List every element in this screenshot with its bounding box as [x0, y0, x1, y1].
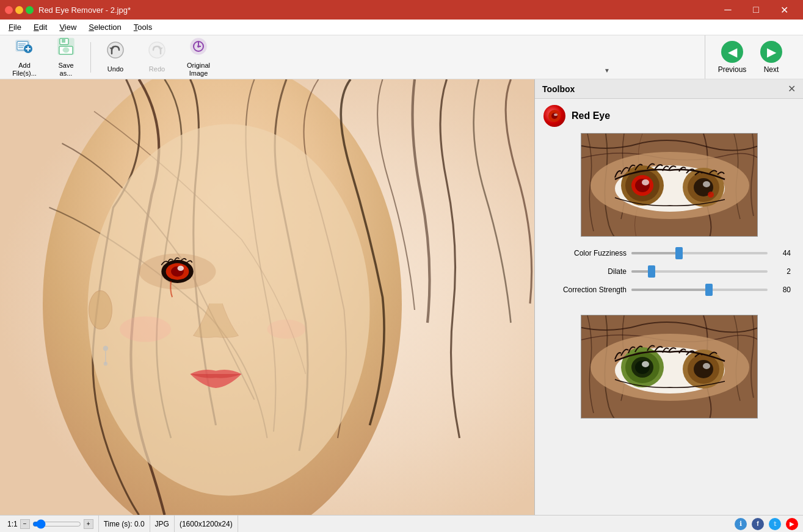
previous-label: Previous	[718, 65, 747, 74]
menu-tools[interactable]: Tools	[128, 21, 158, 33]
status-time: Time (s): 0.0	[99, 516, 150, 532]
close-dot[interactable]	[5, 6, 13, 14]
correction-strength-value: 80	[772, 286, 791, 294]
zoom-minus[interactable]: −	[20, 519, 30, 529]
undo-label: Undo	[107, 65, 123, 73]
eye-after-svg	[581, 315, 758, 419]
zoom-plus[interactable]: +	[84, 519, 93, 529]
toolbar: AddFile(s)... Saveas... Undo	[0, 35, 803, 79]
toolbox-panel: Toolbox ✕ Red Eye	[534, 79, 803, 515]
color-fuzziness-row: Color Fuzziness 44	[547, 249, 791, 257]
color-fuzziness-label: Color Fuzziness	[547, 249, 627, 257]
menu-edit[interactable]: Edit	[27, 21, 53, 33]
next-label: Next	[764, 65, 779, 74]
svg-point-27	[267, 320, 306, 339]
svg-point-58	[703, 363, 710, 369]
menu-selection[interactable]: Selection	[82, 21, 127, 33]
redo-button[interactable]: Redo	[137, 38, 176, 77]
svg-point-46	[708, 192, 714, 198]
svg-point-45	[703, 181, 710, 187]
previous-icon: ◀	[721, 41, 743, 63]
svg-point-26	[120, 317, 171, 342]
main-image	[0, 79, 534, 515]
zoom-label: 1:1	[7, 520, 18, 528]
add-files-icon	[15, 37, 34, 60]
window-title: Red Eye Remover - 2.jpg*	[38, 5, 131, 15]
color-fuzziness-value: 44	[772, 249, 791, 257]
svg-point-17	[197, 45, 200, 48]
svg-point-54	[642, 361, 649, 367]
save-as-label: Saveas...	[58, 62, 73, 77]
status-zoom-area: 1:1 − +	[5, 516, 99, 532]
twitter-icon[interactable]: 𝕥	[769, 518, 781, 530]
toolbox-title: Toolbox	[542, 84, 575, 94]
dilate-thumb[interactable]	[648, 265, 655, 278]
svg-point-41	[642, 179, 649, 185]
redo-label: Redo	[149, 65, 165, 73]
eye-preview-before	[581, 133, 758, 237]
next-icon: ▶	[760, 41, 782, 63]
minimize-button[interactable]: ─	[714, 0, 742, 20]
toolbox-header: Toolbox ✕	[535, 79, 803, 99]
nav-area: ◀ Previous ▶ Next	[705, 35, 791, 79]
red-eye-header: Red Eye	[535, 99, 803, 133]
previous-button[interactable]: ◀ Previous	[713, 35, 752, 79]
svg-point-25	[178, 266, 184, 271]
color-fuzziness-track[interactable]	[631, 252, 768, 254]
svg-point-30	[104, 362, 107, 365]
canvas-area[interactable]	[0, 79, 534, 515]
maximize-dot[interactable]	[26, 6, 34, 14]
info-icon[interactable]: ℹ	[735, 518, 747, 530]
title-bar: Red Eye Remover - 2.jpg* ─ □ ✕	[0, 0, 803, 20]
correction-strength-row: Correction Strength 80	[547, 286, 791, 294]
svg-point-8	[107, 42, 123, 58]
window-controls[interactable]	[5, 6, 34, 14]
svg-point-11	[149, 42, 165, 58]
dilate-track[interactable]	[631, 270, 768, 273]
minimize-dot[interactable]	[15, 6, 23, 14]
redo-icon	[147, 40, 167, 64]
status-social: ℹ f 𝕥 ▶	[732, 518, 798, 530]
original-image-label: OriginalImage	[187, 62, 210, 77]
svg-point-28	[89, 291, 112, 329]
youtube-icon[interactable]: ▶	[786, 518, 798, 530]
svg-point-20	[88, 124, 370, 496]
svg-point-57	[694, 360, 713, 378]
add-files-label: AddFile(s)...	[12, 62, 37, 77]
win-chrome-controls[interactable]: ─ □ ✕	[714, 0, 798, 20]
correction-strength-thumb[interactable]	[705, 284, 713, 296]
add-files-button[interactable]: AddFile(s)...	[5, 38, 44, 77]
menu-file[interactable]: File	[2, 21, 27, 33]
main-area: Toolbox ✕ Red Eye	[0, 79, 803, 515]
status-zoom: 1:1 − +	[7, 519, 93, 529]
restore-button[interactable]: □	[742, 0, 770, 20]
save-as-button[interactable]: Saveas...	[46, 38, 85, 77]
toolbox-close-button[interactable]: ✕	[788, 83, 796, 95]
correction-strength-track[interactable]	[631, 289, 768, 291]
svg-point-7	[63, 48, 69, 52]
status-bar: 1:1 − + Time (s): 0.0 JPG (1600x1200x24)…	[0, 515, 803, 532]
menu-view[interactable]: View	[53, 21, 82, 33]
sliders-area: Color Fuzziness 44 Dilate 2 Correction S…	[535, 243, 803, 310]
undo-button[interactable]: Undo	[96, 38, 135, 77]
eye-before-svg	[581, 134, 758, 237]
status-dimensions: (1600x1200x24)	[175, 516, 238, 532]
original-image-button[interactable]: OriginalImage	[179, 38, 218, 77]
correction-strength-label: Correction Strength	[547, 286, 627, 294]
svg-rect-5	[62, 39, 65, 43]
red-eye-label: Red Eye	[572, 110, 610, 121]
dilate-row: Dilate 2	[547, 267, 791, 276]
close-button[interactable]: ✕	[770, 0, 798, 20]
eye-preview-after	[581, 315, 758, 419]
toolbar-dropdown-arrow[interactable]: ▼	[604, 67, 610, 74]
original-image-icon	[189, 37, 208, 60]
save-as-icon	[56, 37, 76, 60]
facebook-icon[interactable]: f	[752, 518, 764, 530]
status-format: JPG	[150, 516, 175, 532]
dilate-label: Dilate	[547, 267, 627, 276]
toolbar-separator-1	[90, 42, 91, 73]
zoom-slider[interactable]	[32, 520, 81, 528]
color-fuzziness-thumb[interactable]	[675, 247, 683, 259]
svg-point-29	[103, 346, 108, 351]
next-button[interactable]: ▶ Next	[752, 35, 791, 79]
